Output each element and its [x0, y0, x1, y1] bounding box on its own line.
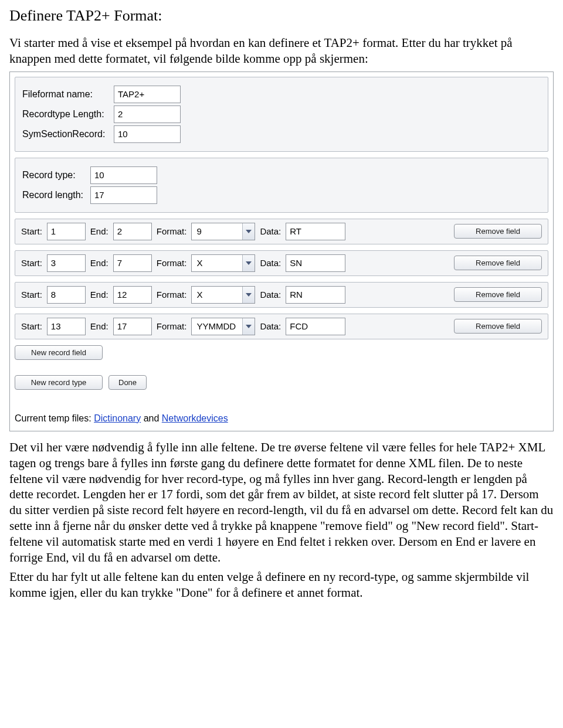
chevron-down-icon: [242, 223, 255, 240]
temp-and: and: [141, 413, 162, 423]
data-input[interactable]: [286, 318, 345, 335]
data-input[interactable]: [286, 286, 345, 304]
form-container: Fileformat name: Recordtype Length: SymS…: [9, 72, 554, 431]
chevron-down-icon: [242, 287, 255, 303]
format-label: Format:: [157, 258, 187, 268]
start-input[interactable]: [47, 223, 86, 240]
field-row: Start: End: Format: X Data: Remove field: [15, 250, 548, 276]
symsection-input[interactable]: [114, 125, 181, 143]
recordtype-label: Record type:: [22, 170, 87, 181]
data-label: Data:: [260, 258, 281, 268]
end-input[interactable]: [113, 318, 152, 335]
chevron-down-icon: [242, 255, 255, 271]
header-panel: Fileformat name: Recordtype Length: SymS…: [15, 77, 548, 152]
format-label: Format:: [157, 321, 187, 331]
end-label: End:: [90, 226, 108, 236]
temp-link-networkdevices[interactable]: Networkdevices: [162, 413, 228, 423]
remove-field-button[interactable]: Remove field: [454, 224, 542, 239]
temp-link-dictionary[interactable]: Dictinonary: [94, 413, 141, 423]
format-select[interactable]: X: [191, 286, 255, 304]
format-label: Format:: [157, 290, 187, 300]
data-label: Data:: [260, 290, 281, 300]
start-input[interactable]: [47, 318, 86, 335]
end-label: End:: [90, 258, 108, 268]
data-input[interactable]: [286, 254, 345, 272]
field-row: Start: End: Format: YYMMDD Data: Remove …: [15, 314, 548, 339]
new-record-field-button[interactable]: New record field: [15, 345, 103, 360]
body-paragraph-1: Det vil her være nødvendig å fylle inn a…: [9, 440, 554, 566]
start-label: Start:: [21, 290, 42, 300]
field-row: Start: End: Format: 9 Data: Remove field: [15, 219, 548, 244]
format-label: Format:: [157, 226, 187, 236]
remove-field-button[interactable]: Remove field: [454, 319, 542, 334]
temp-files-prefix: Current temp files:: [15, 413, 94, 423]
recordlength-input[interactable]: [90, 186, 157, 204]
start-input[interactable]: [47, 254, 86, 272]
remove-field-button[interactable]: Remove field: [454, 256, 542, 270]
intro-paragraph: Vi starter med å vise et eksempel på hvo…: [9, 35, 554, 67]
new-record-type-button[interactable]: New record type: [15, 375, 103, 390]
recordtype-input[interactable]: [90, 166, 157, 184]
done-button[interactable]: Done: [108, 375, 147, 390]
end-label: End:: [90, 290, 108, 300]
data-label: Data:: [260, 226, 281, 236]
temp-files-line: Current temp files: Dictinonary and Netw…: [15, 413, 548, 424]
body-paragraph-2: Etter du har fylt ut alle feltene kan du…: [9, 569, 554, 601]
end-input[interactable]: [113, 254, 152, 272]
end-input[interactable]: [113, 223, 152, 240]
recordlength-label: Record length:: [22, 190, 87, 200]
recordtype-len-input[interactable]: [114, 106, 181, 123]
start-input[interactable]: [47, 286, 86, 304]
start-label: Start:: [21, 321, 42, 331]
page-title: Definere TAP2+ Format:: [9, 7, 554, 25]
chevron-down-icon: [242, 318, 255, 335]
fileformat-input[interactable]: [114, 86, 181, 103]
recordtype-len-label: Recordtype Length:: [22, 109, 110, 120]
fileformat-label: Fileformat name:: [22, 89, 110, 100]
format-select[interactable]: 9: [191, 223, 255, 240]
data-label: Data:: [260, 321, 281, 331]
remove-field-button[interactable]: Remove field: [454, 287, 542, 302]
start-label: Start:: [21, 258, 42, 268]
format-select[interactable]: X: [191, 254, 255, 272]
symsection-label: SymSectionRecord:: [22, 129, 110, 140]
end-input[interactable]: [113, 286, 152, 304]
end-label: End:: [90, 321, 108, 331]
start-label: Start:: [21, 226, 42, 236]
data-input[interactable]: [286, 223, 345, 240]
field-row: Start: End: Format: X Data: Remove field: [15, 282, 548, 308]
record-info-panel: Record type: Record length:: [15, 158, 548, 213]
format-select[interactable]: YYMMDD: [191, 318, 255, 335]
